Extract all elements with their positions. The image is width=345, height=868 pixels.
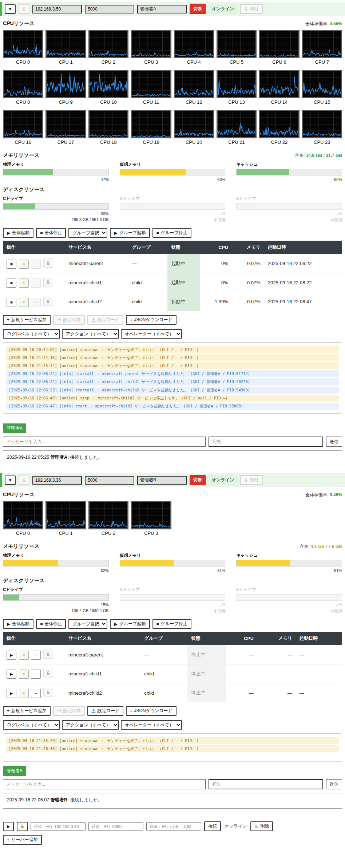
disconnect-button[interactable]: 切断 <box>190 4 206 14</box>
cpu-usage-chart <box>260 111 298 137</box>
ip-input[interactable] <box>32 476 82 485</box>
chat-destination-input[interactable] <box>209 779 323 789</box>
chat-message-input[interactable] <box>3 779 206 789</box>
collapse-button[interactable]: ▼ <box>5 476 16 485</box>
disk-label: Cドライブ <box>3 196 109 201</box>
cpu-grid: CPU 0 CPU 1 CPU 2 CPU 3 CPU 4 CPU 5 CPU … <box>3 30 342 147</box>
new-operator-input[interactable] <box>146 822 201 830</box>
toggle-service-button[interactable]: ■ <box>7 298 16 307</box>
memory-capacity: 容量: 14.9 GB / 31.7 GB <box>295 153 342 159</box>
new-port-input[interactable] <box>88 822 143 830</box>
service-row: ▶ ✳ − minecraft-child1 child 停止中 — — — <box>3 664 342 683</box>
disk-bar: Cドライブ 30% 285.3 GB / 951.6 GB <box>3 196 109 223</box>
cpu-graph <box>131 30 171 58</box>
cpu-tile: CPU 18 <box>88 110 128 147</box>
toggle-service-button[interactable]: ▶ <box>7 689 16 698</box>
restart-service-button[interactable]: ✳ <box>19 298 29 307</box>
send-button[interactable]: 送信 <box>326 437 342 447</box>
group-start-button[interactable]: ▶グループ起動 <box>110 228 150 238</box>
cpu-graph <box>217 30 257 58</box>
cpu-graph <box>174 110 214 138</box>
restart-service-button[interactable]: ✳ <box>19 689 29 698</box>
resource-bar: 物理メモリ 47% <box>3 162 109 182</box>
toggle-service-button[interactable]: ■ <box>7 260 16 269</box>
bar-percent: 50% <box>236 177 342 182</box>
overall-rate: 全体稼働率: 4.55% <box>305 21 342 27</box>
disk-percent: --% <box>120 603 226 607</box>
remove-service-button[interactable]: − <box>31 670 41 679</box>
collapse-button[interactable]: ▼ <box>5 4 16 14</box>
log-box[interactable]: [2025-09-16 21:35:20] [notice] shutdown … <box>3 733 342 756</box>
cpu-tile: CPU 20 <box>174 110 214 147</box>
log-level-select[interactable]: ログレベル（すべて） <box>3 329 60 339</box>
action-select[interactable]: アクション（すべて） <box>62 720 119 730</box>
server-panel: ▼ 切断 オンライン 削除 CPUリソース 全体稼働率: 4.55% CPU 0… <box>0 2 345 466</box>
json-download-button[interactable]: ↓JSONダウンロード <box>126 706 176 716</box>
start-all-button[interactable]: ▶全体起動 <box>3 228 33 238</box>
service-status: 停止中 <box>191 671 205 676</box>
disconnect-button[interactable]: 切断 <box>190 475 206 485</box>
log-level-select[interactable]: ログレベル（すべて） <box>3 720 60 730</box>
group-stop-button[interactable]: ■グループ停止 <box>152 619 191 629</box>
service-name: minecraft-child2 <box>65 292 128 311</box>
remove-service-button[interactable]: − <box>31 651 41 660</box>
remove-service-button[interactable]: − <box>31 689 41 698</box>
stop-all-button[interactable]: ■全体停止 <box>36 228 66 238</box>
add-server-button[interactable]: +サーバー追加 <box>3 835 42 845</box>
delete-row-button[interactable]: 削除 <box>250 821 273 831</box>
ip-input[interactable] <box>32 5 82 13</box>
cpu-graph <box>3 110 43 138</box>
chevron-down-icon: ▼ <box>8 7 12 11</box>
operator-input[interactable] <box>137 5 187 13</box>
resource-bar: キャッシュ 50% <box>236 162 342 182</box>
send-button[interactable]: 送信 <box>326 779 342 789</box>
chat-destination-input[interactable] <box>209 437 323 447</box>
restart-service-button[interactable]: ✳ <box>19 651 29 660</box>
toggle-service-button[interactable]: ■ <box>7 279 16 288</box>
add-service-button[interactable]: +新規サービス追加 <box>3 706 51 716</box>
remove-service-button: − <box>31 260 41 269</box>
operator-select[interactable]: オペレーター（すべて） <box>121 329 182 339</box>
cpu-tile: CPU 10 <box>88 70 128 107</box>
restart-service-button[interactable]: ✳ <box>19 670 29 679</box>
restart-service-button[interactable]: ✳ <box>19 279 29 288</box>
disk-bar: Dドライブ --% 未取得 <box>120 587 226 614</box>
cpu-usage-chart <box>132 502 170 528</box>
new-ip-input[interactable] <box>31 822 86 830</box>
service-status-cell: 起動中 <box>167 292 200 311</box>
load-config-button[interactable]: 設定ロード <box>87 706 124 716</box>
group-select[interactable]: グループ選択 <box>68 619 107 629</box>
cpu-usage-chart <box>132 111 170 137</box>
toggle-service-button[interactable]: ▶ <box>7 651 16 660</box>
cpu-usage-chart <box>47 111 84 137</box>
start-all-button[interactable]: ▶全体起動 <box>3 619 33 629</box>
add-service-button[interactable]: +新規サービス追加 <box>3 315 51 325</box>
save-config-button: 設定保存 <box>53 315 85 325</box>
resource-bar: 仮想メモリ 51% <box>120 553 226 573</box>
group-select[interactable]: グループ選択 <box>68 228 107 238</box>
log-filters: ログレベル（すべて）アクション（すべて）オペレーター（すべて） <box>3 720 342 730</box>
disk-detail: 未取得 <box>120 608 226 614</box>
restart-icon: ✳ <box>22 300 25 304</box>
expand-button[interactable]: ▶ <box>3 822 14 831</box>
json-download-button[interactable]: ↓JSONダウンロード <box>126 315 176 325</box>
log-box[interactable]: [2025-09-16 20:54:07] [notice] shutdown … <box>3 342 342 414</box>
overall-rate: 全体稼働率: 8.46% <box>305 492 342 498</box>
resource-bar-label: 物理メモリ <box>3 553 109 558</box>
port-input[interactable] <box>85 5 134 13</box>
operator-select[interactable]: オペレーター（すべて） <box>121 720 182 730</box>
cpu-graph <box>302 70 342 98</box>
port-input[interactable] <box>85 476 134 485</box>
group-start-button[interactable]: ▶グループ起動 <box>110 619 150 629</box>
unlock-button[interactable] <box>17 822 28 831</box>
cpu-tile: CPU 2 <box>88 501 128 538</box>
chat-message-input[interactable] <box>3 437 206 447</box>
operator-input[interactable] <box>137 476 187 485</box>
group-stop-button[interactable]: ■グループ停止 <box>152 228 191 238</box>
action-select[interactable]: アクション（すべて） <box>62 329 119 339</box>
connect-button[interactable]: 接続 <box>204 821 221 831</box>
service-cpu: 0% <box>200 254 232 273</box>
restart-service-button[interactable]: ✳ <box>19 260 29 269</box>
toggle-service-button[interactable]: ▶ <box>7 670 16 679</box>
stop-all-button[interactable]: ■全体停止 <box>36 619 66 629</box>
